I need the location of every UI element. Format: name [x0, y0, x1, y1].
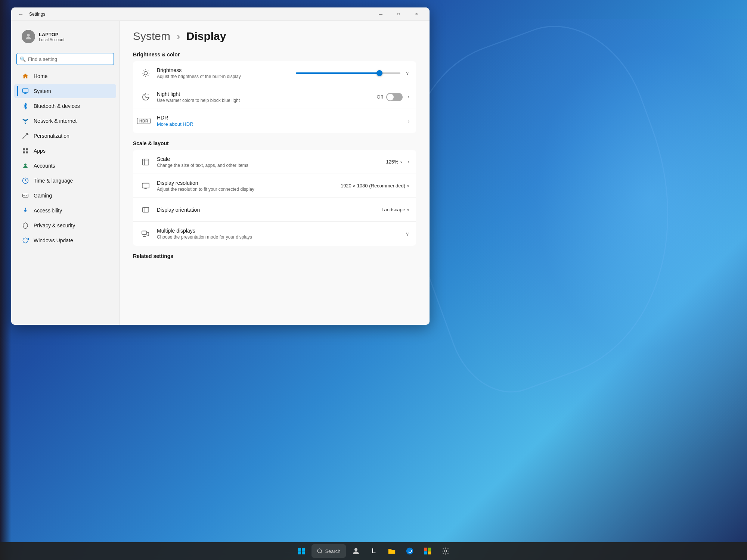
resolution-label: Display resolution — [157, 180, 341, 186]
sidebar-item-privacy[interactable]: Privacy & security — [14, 218, 116, 233]
sidebar-item-network[interactable]: Network & internet — [14, 114, 116, 128]
search-box[interactable]: 🔍 — [16, 53, 114, 65]
svg-point-14 — [27, 196, 28, 196]
search-container: 🔍 — [11, 51, 119, 69]
breadcrumb-current: Display — [186, 30, 226, 42]
user-subtitle: Local Account — [39, 37, 65, 42]
system-icon — [22, 87, 29, 95]
hdr-link[interactable]: More about HDR — [157, 121, 193, 127]
personalization-icon — [22, 132, 29, 140]
sidebar-item-accessibility[interactable]: Accessibility — [14, 203, 116, 218]
avatar — [22, 30, 35, 43]
sidebar-item-time[interactable]: Time & language — [14, 174, 116, 188]
resolution-value[interactable]: 1920 × 1080 (Recommended) ∨ — [341, 183, 409, 189]
scale-layout-section-title: Scale & layout — [133, 140, 416, 146]
svg-rect-41 — [424, 551, 427, 554]
resolution-value-text: 1920 × 1080 (Recommended) — [341, 183, 405, 189]
orientation-row[interactable]: Display orientation Landscape ∨ — [133, 198, 416, 222]
svg-rect-1 — [23, 88, 28, 93]
sidebar-item-personalization[interactable]: Personalization — [14, 129, 116, 143]
svg-line-37 — [321, 552, 322, 553]
sidebar-item-accounts[interactable]: Accounts — [14, 159, 116, 173]
taskbar-profile[interactable] — [348, 543, 364, 559]
taskbar-item-l[interactable]: L — [366, 543, 382, 559]
sidebar-item-gaming[interactable]: Gaming — [14, 189, 116, 203]
back-button[interactable]: ← — [16, 9, 26, 19]
scale-value-text: 125% — [386, 159, 398, 165]
scale-control: 125% ∨ › — [386, 159, 409, 165]
user-info: LAPTOP Local Account — [39, 32, 65, 42]
sidebar-item-system[interactable]: System — [14, 84, 116, 98]
settings-window: ← Settings — □ ✕ LAPTOP Local Ac — [11, 7, 430, 325]
taskbar-search[interactable]: Search — [311, 544, 345, 558]
orientation-value[interactable]: Landscape ∨ — [381, 207, 409, 212]
orientation-value-text: Landscape — [381, 207, 405, 212]
hdr-label: HDR — [157, 115, 406, 121]
taskbar-search-label: Search — [325, 548, 340, 554]
svg-line-24 — [148, 70, 148, 71]
related-settings-title: Related settings — [133, 253, 416, 259]
brightness-chevron-down: ∨ — [406, 70, 409, 76]
minimize-button[interactable]: — — [372, 8, 389, 20]
close-button[interactable]: ✕ — [408, 8, 425, 20]
taskbar-edge[interactable] — [402, 543, 418, 559]
brightness-row[interactable]: Brightness Adjust the brightness of the … — [133, 61, 416, 85]
nav-label-gaming: Gaming — [34, 193, 52, 199]
svg-rect-33 — [302, 548, 305, 551]
scale-value[interactable]: 125% ∨ — [386, 159, 402, 165]
sidebar-item-apps[interactable]: Apps — [14, 144, 116, 158]
bluetooth-icon — [22, 102, 29, 110]
title-bar-controls: — □ ✕ — [372, 8, 425, 20]
nav-label-update: Windows Update — [34, 237, 73, 243]
window-title: Settings — [29, 12, 45, 17]
night-light-chevron: › — [408, 94, 409, 100]
scale-dropdown-arrow: ∨ — [400, 160, 403, 164]
taskbar-files[interactable] — [384, 543, 400, 559]
maximize-button[interactable]: □ — [390, 8, 407, 20]
brightness-color-card: Brightness Adjust the brightness of the … — [133, 61, 416, 133]
resolution-row[interactable]: Display resolution Adjust the resolution… — [133, 174, 416, 198]
search-input[interactable] — [28, 56, 111, 62]
privacy-icon — [22, 222, 29, 229]
brightness-text: Brightness Adjust the brightness of the … — [157, 67, 296, 79]
hdr-badge: HDR — [137, 118, 151, 124]
hdr-row[interactable]: HDR HDR More about HDR › — [133, 109, 416, 133]
svg-rect-34 — [298, 551, 301, 554]
user-profile[interactable]: LAPTOP Local Account — [14, 24, 116, 49]
breadcrumb-separator: › — [176, 30, 180, 42]
svg-point-13 — [26, 195, 27, 196]
orientation-control: Landscape ∨ — [381, 207, 409, 212]
svg-point-2 — [25, 123, 26, 124]
svg-rect-5 — [26, 148, 28, 150]
taskbar-start-button[interactable] — [294, 543, 309, 559]
hdr-chevron: › — [408, 118, 409, 124]
nav-label-home: Home — [34, 73, 47, 79]
night-light-control: Off › — [377, 93, 409, 101]
multiple-displays-row[interactable]: Multiple displays Choose the presentatio… — [133, 222, 416, 246]
orientation-icon — [140, 204, 152, 216]
night-light-row[interactable]: Night light Use warmer colors to help bl… — [133, 85, 416, 109]
nav-label-system: System — [34, 88, 51, 94]
title-bar: ← Settings — □ ✕ — [11, 7, 430, 21]
night-light-toggle[interactable] — [386, 93, 403, 101]
svg-rect-30 — [143, 207, 149, 212]
brightness-slider[interactable] — [296, 72, 400, 74]
scale-row[interactable]: Scale Change the size of text, apps, and… — [133, 150, 416, 174]
multiple-displays-chevron: ∨ — [406, 231, 409, 237]
taskbar-settings[interactable] — [438, 543, 453, 559]
hdr-control: › — [406, 118, 409, 124]
multiple-displays-text: Multiple displays Choose the presentatio… — [157, 228, 403, 240]
sidebar-item-home[interactable]: Home — [14, 69, 116, 83]
sidebar-item-update[interactable]: Windows Update — [14, 233, 116, 248]
scale-label: Scale — [157, 156, 386, 162]
search-icon: 🔍 — [20, 56, 26, 62]
user-name: LAPTOP — [39, 32, 65, 37]
taskbar-store[interactable] — [420, 543, 436, 559]
sidebar-item-bluetooth[interactable]: Bluetooth & devices — [14, 99, 116, 113]
breadcrumb-parent: System — [133, 30, 170, 42]
brightness-desc: Adjust the brightness of the built-in di… — [157, 74, 296, 79]
nav-label-apps: Apps — [34, 148, 46, 154]
multiple-displays-control: ∨ — [403, 231, 409, 237]
svg-point-8 — [24, 164, 27, 166]
svg-rect-35 — [302, 551, 305, 554]
